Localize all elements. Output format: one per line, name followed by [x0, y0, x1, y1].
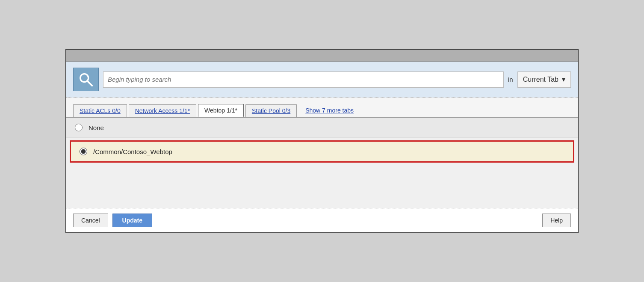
- tab-static-pool[interactable]: Static Pool 0/3: [245, 104, 297, 117]
- svg-line-1: [87, 80, 92, 85]
- tab-network-access[interactable]: Network Access 1/1*: [129, 104, 196, 117]
- bottom-bar: Cancel Update Help: [66, 208, 578, 232]
- tab-static-acls[interactable]: Static ACLs 0/0: [73, 104, 127, 117]
- scope-dropdown[interactable]: Current Tab ▾: [517, 71, 571, 88]
- option-contoso-row: /Common/Contoso_Webtop: [70, 140, 574, 163]
- search-icon-box: [73, 68, 99, 91]
- search-bar: in Current Tab ▾: [66, 62, 578, 98]
- option-contoso-radio[interactable]: [80, 148, 87, 155]
- option-none-row: None: [66, 118, 578, 138]
- search-input[interactable]: [103, 71, 504, 88]
- scope-label: Current Tab: [523, 76, 558, 83]
- in-label: in: [508, 76, 513, 83]
- tab-webtop[interactable]: Webtop 1/1*: [198, 104, 244, 117]
- option-contoso-label[interactable]: /Common/Contoso_Webtop: [93, 148, 172, 155]
- option-none-radio[interactable]: [75, 124, 83, 131]
- chevron-down-icon: ▾: [562, 75, 565, 83]
- tabs-area: Static ACLs 0/0 Network Access 1/1* Webt…: [66, 98, 578, 118]
- help-button[interactable]: Help: [542, 214, 571, 227]
- option-none-label[interactable]: None: [89, 124, 104, 131]
- show-more-tabs-link[interactable]: Show 7 more tabs: [301, 104, 358, 116]
- update-button[interactable]: Update: [112, 214, 152, 227]
- cancel-button[interactable]: Cancel: [73, 214, 108, 227]
- search-icon: [78, 71, 94, 88]
- title-bar: [66, 50, 578, 62]
- content-spacer: [66, 165, 578, 208]
- dialog: in Current Tab ▾ Static ACLs 0/0 Network…: [65, 49, 579, 233]
- content-area: None /Common/Contoso_Webtop: [66, 118, 578, 208]
